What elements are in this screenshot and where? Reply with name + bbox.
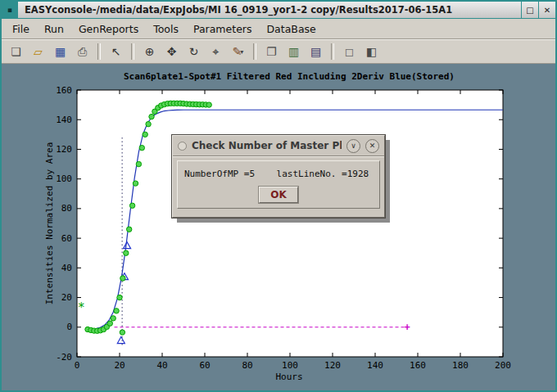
select-arrow-icon[interactable]: ↖: [105, 42, 127, 62]
x-tick-label: 200: [495, 360, 511, 371]
data-point-marker: [146, 121, 151, 126]
menu-database[interactable]: DataBase: [259, 20, 323, 38]
data-point-marker: [136, 161, 141, 166]
dialog-collapse-icon[interactable]: ∨: [346, 139, 360, 153]
x-tick-label: 80: [242, 360, 252, 371]
data-point-marker: [133, 181, 138, 186]
toolbar-separator: [97, 43, 101, 60]
data-point-marker: [124, 250, 129, 255]
y-tick-label: 60: [61, 233, 72, 244]
y-tick-label: 140: [56, 115, 72, 125]
y-tick-label: 80: [61, 203, 72, 214]
toolbar: ❏▱▦⎙↖⊕✥↻⌖✎▾❐▥▤◻◧: [2, 39, 555, 64]
pan-hand-icon[interactable]: ✥: [161, 42, 183, 62]
data-point-marker: [111, 316, 115, 321]
x-tick-label: 160: [410, 360, 426, 371]
data-point-marker: [117, 295, 122, 300]
colorbar-icon[interactable]: ▥: [283, 42, 305, 62]
baseline-plus-marker: +: [404, 322, 410, 333]
brush-icon[interactable]: ✎▾: [227, 42, 249, 62]
new-file-icon[interactable]: ❏: [5, 42, 27, 62]
data-point-marker: [127, 227, 132, 232]
hide-plot-tools-icon[interactable]: ◻: [338, 42, 360, 62]
figure-area: 020406080100120140160180200-200204060801…: [2, 64, 555, 392]
x-tick-label: 20: [114, 360, 125, 371]
ok-button[interactable]: OK: [259, 187, 298, 203]
print-icon[interactable]: ⎙: [71, 42, 93, 62]
x-tick-label: 180: [452, 360, 469, 371]
data-point-marker: [139, 145, 144, 150]
legend-icon[interactable]: ▤: [305, 42, 327, 62]
data-point-marker: [129, 203, 134, 208]
y-tick-label: -20: [56, 352, 72, 363]
data-cursor-icon[interactable]: ⌖: [205, 42, 227, 62]
y-tick-label: 20: [61, 292, 72, 303]
dialog-titlebar[interactable]: Check Number of Master Pla ∨ ✕: [173, 136, 384, 156]
star-marker: *: [78, 300, 85, 315]
rotate-icon[interactable]: ↻: [183, 42, 205, 62]
axes-box: [77, 90, 503, 357]
app-window: ▪ EASYconsole-/media/data/ExpJobs/MI 16_…: [0, 0, 557, 392]
window-titlebar[interactable]: ▪ EASYconsole-/media/data/ExpJobs/MI 16_…: [2, 2, 555, 19]
toolbar-separator: [253, 43, 256, 60]
dialog-icon: [178, 142, 187, 151]
data-point-marker: [143, 132, 147, 137]
y-axis-label: Intensities Normalized by Area: [44, 142, 55, 305]
x-tick-label: 60: [199, 360, 210, 371]
plot-canvas[interactable]: 020406080100120140160180200-200204060801…: [2, 64, 555, 392]
menu-parameters[interactable]: Parameters: [186, 20, 260, 38]
close-icon[interactable]: ✕: [538, 2, 555, 18]
y-tick-label: 160: [56, 85, 72, 96]
dialog-message: NumberOfMP =5 lastLineNo. =1928: [184, 169, 373, 179]
x-tick-label: 0: [75, 360, 80, 371]
window-menu-icon[interactable]: ▪: [2, 2, 18, 18]
dialog-close-icon[interactable]: ✕: [365, 139, 379, 153]
zoom-in-icon[interactable]: ⊕: [138, 42, 161, 62]
save-icon[interactable]: ▦: [49, 42, 71, 62]
dock-figure-icon[interactable]: ◧: [360, 42, 383, 62]
link-plots-icon[interactable]: ❐: [260, 42, 283, 62]
menu-tools[interactable]: Tools: [146, 20, 186, 38]
x-tick-label: 40: [156, 360, 167, 371]
window-title: EASYconsole-/media/data/ExpJobs/MI 16_09…: [18, 2, 521, 18]
toolbar-separator: [131, 43, 134, 60]
chevron-down-icon[interactable]: ▾: [240, 48, 243, 56]
menu-file[interactable]: File: [5, 20, 37, 38]
x-tick-label: 120: [324, 360, 341, 371]
x-axis-label: Hours: [75, 372, 503, 382]
data-point-marker: [206, 102, 211, 107]
data-point-marker: [114, 309, 119, 313]
menu-genreports[interactable]: GenReports: [71, 20, 146, 38]
menu-run[interactable]: Run: [37, 20, 71, 38]
plot-title: Scan6plate1-Spot#1 Filtered Red Includin…: [75, 71, 503, 82]
x-tick-label: 140: [367, 360, 383, 371]
open-folder-icon[interactable]: ▱: [27, 42, 49, 62]
y-tick-label: 120: [56, 144, 72, 155]
minimize-icon[interactable]: □: [521, 2, 538, 18]
data-point-marker: [120, 276, 125, 281]
data-point-marker: [107, 321, 112, 326]
y-tick-label: 100: [56, 173, 72, 184]
dialog-body: NumberOfMP =5 lastLineNo. =1928 OK: [177, 160, 380, 209]
y-tick-label: 0: [66, 322, 72, 332]
menu-bar: FileRunGenReportsToolsParametersDataBase: [2, 19, 555, 39]
x-tick-label: 100: [282, 360, 298, 371]
y-tick-label: 40: [61, 263, 72, 273]
toolbar-separator: [331, 43, 334, 60]
data-point-marker: [149, 114, 154, 119]
dialog: Check Number of Master Pla ∨ ✕ NumberOfM…: [172, 135, 385, 218]
dialog-title: Check Number of Master Pla: [192, 140, 342, 151]
outlier-marker: [120, 330, 125, 335]
